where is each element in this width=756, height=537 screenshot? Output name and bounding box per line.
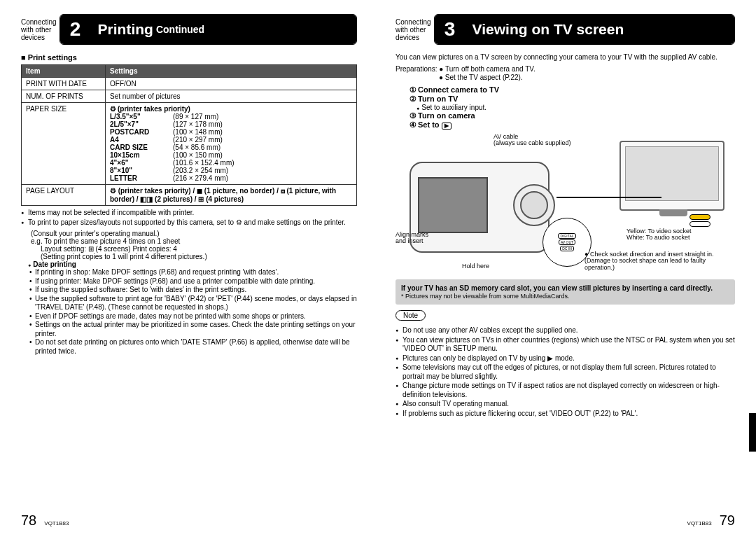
sd-card-callout: If your TV has an SD memory card slot, y… — [396, 279, 735, 305]
list-item: Even if DPOF settings are made, dates ma… — [29, 312, 357, 321]
banner-title: Viewing on TV screen — [465, 14, 734, 45]
list-item: If using printer: Make DPOF settings (P.… — [29, 277, 357, 286]
banner-title-suffix: Continued — [156, 24, 204, 35]
step-2: ②Turn on TV — [410, 95, 735, 104]
note-item: To print to paper sizes/layouts not supp… — [21, 218, 357, 228]
note-item: Change picture mode settings on TV if as… — [396, 382, 735, 399]
list-item: If printing in shop: Make DPOF settings … — [29, 268, 357, 277]
doc-id: VQT1B83 — [44, 520, 69, 526]
table-row: NUM. OF PRINTS Set number of pictures — [22, 90, 357, 103]
table-row: PAPER SIZE (printer takes priority) L/3.… — [22, 103, 357, 185]
list-item: Use the supplied software to print age f… — [29, 295, 357, 312]
example-line: (Setting print copies to 1 will print 4 … — [41, 253, 357, 260]
note-item: (Consult your printer's operating manual… — [31, 230, 357, 237]
note-item: You can view pictures on TVs in other co… — [396, 336, 735, 354]
example-line: e.g. To print the same picture 4 times o… — [31, 237, 357, 245]
page-number: 79 — [720, 512, 735, 528]
th-settings: Settings — [106, 65, 357, 78]
table-row: PRINT WITH DATE OFF/ON — [22, 78, 357, 90]
left-page: Connecting with other devices 2 Printing… — [0, 0, 378, 537]
printer-icon — [110, 105, 118, 113]
example-line: Layout setting: ⊞ (4 screens) Print copi… — [41, 245, 357, 253]
page-footer-left: 78 VQT1B83 — [21, 512, 69, 529]
note-item: Also consult TV operating manual. — [396, 400, 735, 409]
note-item: Some televisions may cut off the edges o… — [396, 363, 735, 381]
note-item: Items may not be selected if incompatibl… — [21, 209, 357, 218]
page-footer-right: VQT1B83 79 — [687, 512, 735, 529]
list-item: Settings on the actual printer may be pr… — [29, 321, 357, 338]
step-3: ③Turn on camera — [410, 111, 735, 120]
camera-illustration — [410, 162, 550, 253]
tv-illustration — [620, 141, 724, 211]
prep-text: Preparations: ● Turn off both camera and… — [396, 65, 735, 83]
settings-table: Item Settings PRINT WITH DATE OFF/ON NUM… — [21, 64, 357, 206]
page-number: 78 — [21, 512, 36, 528]
banner-title-text: Printing — [98, 21, 153, 38]
list-item: If using the supplied software: Set to '… — [29, 286, 357, 295]
cable-line — [556, 197, 662, 198]
left-banner: Connecting with other devices 2 Printing… — [21, 14, 357, 45]
check-label: ● Check socket direction and insert stra… — [584, 251, 724, 272]
align-label: Align marks and insert — [396, 232, 428, 246]
list-item: Do not set date printing on pictures ont… — [29, 338, 357, 356]
step-4: ④Set to ▶ — [410, 120, 735, 130]
table-row: PAGE LAYOUT ⚙ (printer takes priority) /… — [22, 185, 357, 206]
connection-diagram: DIGITAL AV OUT DC IN AV cable (always us… — [396, 134, 724, 274]
right-banner: Connecting with other devices 3 Viewing … — [396, 14, 735, 45]
note-pill: Note — [396, 310, 426, 321]
doc-id: VQT1B83 — [687, 520, 712, 526]
note-item: If problems such as picture flickering o… — [396, 410, 735, 419]
play-icon: ▶ — [442, 123, 451, 130]
note-item: Pictures can only be displayed on TV by … — [396, 354, 735, 363]
step-2-sub: Set to auxiliary input. — [416, 104, 735, 111]
th-item: Item — [22, 65, 106, 78]
banner-prelabel: Connecting with other devices — [21, 18, 59, 41]
hold-label: Hold here — [462, 263, 489, 270]
intro-text: You can view pictures on a TV screen by … — [396, 53, 735, 62]
banner-prelabel: Connecting with other devices — [396, 18, 434, 41]
date-printing-header: Date printing — [28, 260, 357, 268]
note-item: Do not use any other AV cables except th… — [396, 326, 735, 335]
banner-title: Printing Continued — [91, 14, 356, 45]
step-number-badge: 3 — [435, 14, 465, 45]
socket-labels: Yellow: To video socket White: To audio … — [626, 228, 724, 242]
section-tab — [749, 413, 756, 452]
right-page: Connecting with other devices 3 Viewing … — [378, 0, 756, 537]
step-number-badge: 2 — [60, 14, 91, 45]
avcable-label: AV cable (always use cable supplied) — [493, 134, 571, 148]
step-1: ①Connect camera to TV — [410, 85, 735, 95]
print-settings-header: Print settings — [21, 53, 357, 62]
av-plugs — [690, 214, 710, 227]
